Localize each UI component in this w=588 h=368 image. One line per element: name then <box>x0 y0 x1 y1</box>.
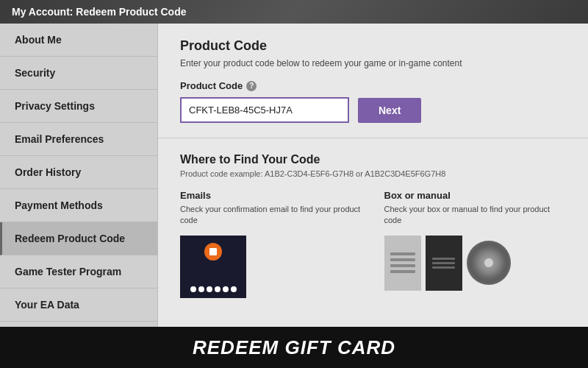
sidebar-item-email-preferences[interactable]: Email Preferences <box>0 123 157 156</box>
sidebar-item-payment-methods[interactable]: Payment Methods <box>0 189 157 222</box>
sidebar-item-about-me[interactable]: About Me <box>0 24 157 57</box>
cd-disc <box>467 241 511 285</box>
email-badge <box>204 243 222 261</box>
sidebar-item-security[interactable]: Security <box>0 57 157 90</box>
email-password-dots <box>190 286 237 292</box>
find-code-title: Where to Find Your Code <box>180 153 566 166</box>
box-manual-column-title: Box or manual <box>384 190 567 201</box>
cd-hole <box>484 258 493 267</box>
product-code-section: Product Code Enter your product code bel… <box>158 24 588 138</box>
find-code-example: Product code example: A1B2-C3D4-E5F6-G7H… <box>180 169 566 178</box>
manual-line-4 <box>390 270 415 273</box>
dark-box-line-2 <box>432 262 454 264</box>
sidebar-item-privacy-settings[interactable]: Privacy Settings <box>0 90 157 123</box>
box-illustration <box>384 236 567 291</box>
pwd-dot-4 <box>215 286 220 292</box>
product-code-input[interactable] <box>180 97 349 123</box>
sidebar-item-redeem-product-code[interactable]: Redeem Product Code <box>0 222 157 255</box>
pwd-dot-3 <box>207 286 212 292</box>
box-manual-column-desc: Check your box or manual to find your pr… <box>384 204 567 227</box>
manual-image <box>384 236 421 291</box>
pwd-dot-6 <box>231 286 237 292</box>
product-code-title: Product Code <box>180 38 566 54</box>
manual-line-3 <box>390 264 415 267</box>
emails-column: Emails Check your confirmation email to … <box>180 190 362 298</box>
email-illustration <box>180 236 246 298</box>
next-button[interactable]: Next <box>358 98 421 123</box>
sidebar-item-game-tester-program[interactable]: Game Tester Program <box>0 255 157 289</box>
manual-line-1 <box>390 252 415 255</box>
emails-column-desc: Check your confirmation email to find yo… <box>180 204 362 227</box>
dark-box <box>426 236 462 291</box>
pwd-dot-5 <box>223 286 229 292</box>
content-panel: Product Code Enter your product code bel… <box>158 24 588 327</box>
sidebar-item-your-ea-data[interactable]: Your EA Data <box>0 289 157 322</box>
sidebar: About Me Security Privacy Settings Email… <box>0 24 158 327</box>
product-code-field-label: Product Code ? <box>180 80 566 91</box>
pwd-dot-1 <box>190 286 196 292</box>
product-code-input-row: Next <box>180 97 566 123</box>
footer-label: Redeem Gift Card <box>193 336 395 359</box>
main-content: About Me Security Privacy Settings Email… <box>0 24 588 327</box>
page-header: My Account: Redeem Product Code <box>0 0 588 24</box>
header-title: My Account: Redeem Product Code <box>12 6 187 18</box>
sidebar-item-order-history[interactable]: Order History <box>0 156 157 189</box>
pwd-dot-2 <box>198 286 204 292</box>
dark-box-line-1 <box>432 258 454 260</box>
email-badge-inner <box>209 248 217 255</box>
footer-bar: Redeem Gift Card <box>0 327 588 368</box>
help-icon[interactable]: ? <box>246 81 257 91</box>
product-code-subtitle: Enter your product code below to redeem … <box>180 58 566 68</box>
box-manual-column: Box or manual Check your box or manual t… <box>384 190 567 298</box>
dark-box-line-3 <box>432 266 454 269</box>
find-code-columns: Emails Check your confirmation email to … <box>180 190 566 298</box>
emails-column-title: Emails <box>180 190 362 201</box>
find-code-section: Where to Find Your Code Product code exa… <box>158 138 588 305</box>
manual-line-2 <box>390 258 415 261</box>
